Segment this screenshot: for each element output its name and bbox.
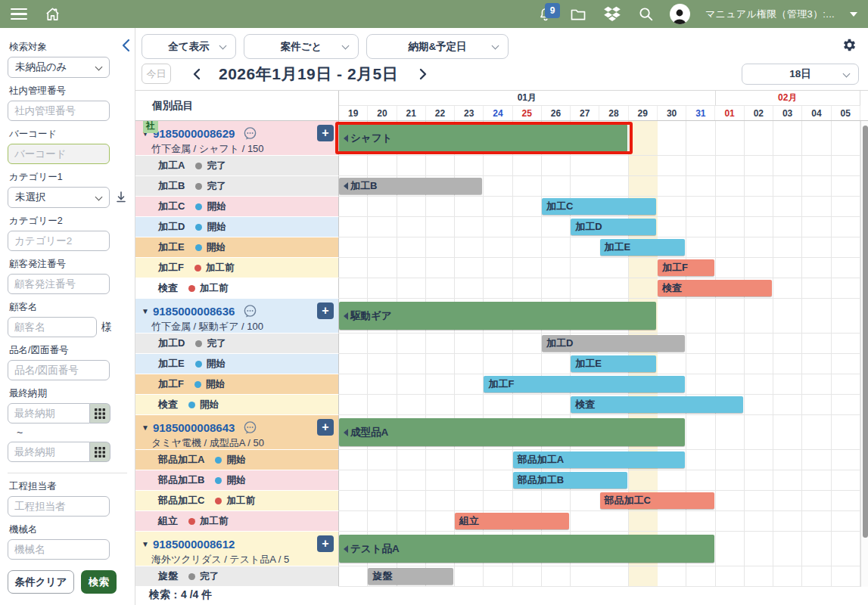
download-to-bar-icon[interactable] bbox=[116, 191, 126, 203]
gantt-process-row[interactable]: 社検査加工前検査 bbox=[135, 278, 860, 299]
group-id-link[interactable]: 9185000008636 bbox=[153, 305, 235, 318]
day-label: 21 bbox=[397, 106, 426, 120]
vertical-scrollbar[interactable] bbox=[860, 121, 868, 587]
gantt-process-row[interactable]: 社部品加工A開始部品加工A bbox=[135, 450, 860, 470]
result-count: 検索：4 /4 件 bbox=[149, 588, 212, 602]
group-bar[interactable]: 成型品A bbox=[339, 418, 685, 446]
date-type-filter-dropdown[interactable]: 納期&予定日 bbox=[366, 34, 509, 59]
status-label: 開始 bbox=[226, 474, 245, 487]
grouping-filter-dropdown[interactable]: 案件ごと bbox=[244, 34, 359, 59]
group-id-link[interactable]: 9185000008612 bbox=[153, 538, 235, 551]
customer-name-input[interactable] bbox=[14, 321, 90, 333]
customer-order-no-input[interactable] bbox=[14, 278, 103, 290]
search-button[interactable]: 検索 bbox=[81, 570, 117, 594]
group-collapse-icon[interactable]: ▼ bbox=[142, 307, 149, 315]
gantt-process-row[interactable]: 社加工D開始加工D bbox=[135, 217, 860, 237]
category2-input[interactable] bbox=[14, 235, 103, 247]
group-id-link[interactable]: 9185000008643 bbox=[153, 421, 235, 434]
avatar[interactable] bbox=[670, 4, 690, 24]
process-bar[interactable]: 加工B bbox=[339, 178, 482, 194]
sidebar-collapse-icon[interactable] bbox=[121, 39, 131, 55]
barcode-input[interactable] bbox=[14, 148, 103, 160]
calendar-icon[interactable] bbox=[90, 442, 110, 462]
add-process-button[interactable]: + bbox=[317, 125, 334, 141]
today-button[interactable]: 今日 bbox=[142, 64, 171, 84]
add-process-button[interactable]: + bbox=[317, 302, 334, 319]
gantt-process-row[interactable]: 社旋盤完了旋盤 bbox=[135, 566, 860, 587]
add-process-button[interactable]: + bbox=[317, 535, 334, 552]
clear-conditions-button[interactable]: 条件クリア bbox=[8, 570, 74, 594]
status-dot bbox=[215, 477, 222, 484]
gantt-process-row[interactable]: 社部品加工B開始部品加工B bbox=[135, 470, 860, 491]
next-period-icon[interactable] bbox=[419, 68, 428, 80]
gantt-process-row[interactable]: 社加工F加工前加工F bbox=[135, 258, 860, 278]
final-due-from-input[interactable] bbox=[14, 408, 83, 419]
process-name: 加工F bbox=[158, 261, 184, 275]
gantt-process-row[interactable]: 社加工E開始加工E bbox=[135, 354, 860, 374]
process-bar[interactable]: 加工E bbox=[571, 355, 656, 372]
folder-icon[interactable] bbox=[569, 5, 587, 23]
group-id-link[interactable]: 9185000008629 bbox=[153, 127, 235, 140]
process-bar[interactable]: 加工E bbox=[600, 239, 686, 256]
gantt-process-row[interactable]: 社組立加工前組立 bbox=[135, 511, 860, 532]
bar-label: 部品加工C bbox=[605, 494, 651, 507]
process-bar[interactable]: 加工C bbox=[542, 198, 656, 215]
process-bar[interactable]: 加工F bbox=[484, 376, 685, 392]
gantt-process-row[interactable]: 社加工B完了加工B bbox=[135, 176, 860, 197]
divider bbox=[8, 473, 127, 473]
comment-bubble-icon[interactable] bbox=[243, 126, 257, 141]
search-icon[interactable] bbox=[637, 5, 655, 23]
process-bar[interactable]: 部品加工C bbox=[600, 492, 714, 509]
category1-select[interactable]: 未選択 bbox=[8, 187, 110, 208]
process-bar[interactable]: 検査 bbox=[658, 280, 772, 296]
day-label: 02 bbox=[745, 106, 773, 120]
home-icon[interactable] bbox=[44, 5, 61, 23]
process-bar[interactable]: 部品加工B bbox=[513, 472, 627, 489]
day-label: 23 bbox=[455, 106, 484, 120]
notifications-icon[interactable]: 9 bbox=[537, 6, 554, 23]
process-bar[interactable]: 加工F bbox=[658, 259, 714, 276]
process-bar[interactable]: 検査 bbox=[571, 396, 743, 413]
gantt-process-row[interactable]: 社加工F開始加工F bbox=[135, 374, 860, 395]
day-label: 25 bbox=[513, 106, 542, 120]
period-zoom-dropdown[interactable]: 18日 bbox=[742, 64, 859, 85]
gantt-process-row[interactable]: 社加工A完了 bbox=[135, 156, 860, 176]
gantt-process-row[interactable]: 社加工E開始加工E bbox=[135, 237, 860, 258]
prev-period-icon[interactable] bbox=[192, 68, 201, 80]
add-process-button[interactable]: + bbox=[317, 419, 334, 436]
comment-bubble-icon[interactable] bbox=[243, 304, 257, 318]
gantt-process-row[interactable]: 社部品加工C加工前部品加工C bbox=[135, 491, 860, 511]
search-target-select[interactable]: 未納品のみ bbox=[8, 57, 110, 78]
process-bar[interactable]: 旋盤 bbox=[368, 568, 453, 585]
group-bar[interactable]: テスト品A bbox=[339, 535, 714, 563]
settings-gear-icon[interactable] bbox=[842, 37, 857, 56]
final-due-to-input[interactable] bbox=[14, 446, 83, 458]
group-collapse-icon[interactable]: ▼ bbox=[142, 540, 149, 548]
group-bar[interactable]: 駆動ギア bbox=[339, 302, 656, 330]
continues-left-icon bbox=[344, 545, 348, 553]
calendar-icon[interactable] bbox=[90, 403, 110, 424]
menu-icon[interactable] bbox=[11, 8, 27, 20]
process-name: 検査 bbox=[158, 281, 178, 295]
process-bar[interactable]: 組立 bbox=[455, 513, 569, 529]
gantt-process-row[interactable]: 社加工D完了加工D bbox=[135, 334, 860, 354]
process-bar[interactable]: 部品加工A bbox=[513, 451, 686, 468]
status-dot bbox=[215, 457, 222, 464]
process-bar[interactable]: 加工D bbox=[542, 335, 685, 352]
internal-no-input[interactable] bbox=[14, 105, 103, 116]
process-name: 加工D bbox=[158, 220, 185, 234]
user-menu-caret-icon[interactable] bbox=[850, 12, 857, 17]
scrollbar-thumb[interactable] bbox=[863, 126, 868, 538]
group-collapse-icon[interactable]: ▼ bbox=[142, 424, 149, 432]
group-bar[interactable]: シャフト bbox=[339, 124, 627, 152]
gantt-process-row[interactable]: 社検査開始検査 bbox=[135, 395, 860, 415]
gantt-process-row[interactable]: 外加工C開始加工C bbox=[135, 197, 860, 217]
item-no-input[interactable] bbox=[14, 365, 103, 376]
dropbox-icon[interactable] bbox=[602, 5, 622, 23]
display-filter-dropdown[interactable]: 全て表示 bbox=[142, 34, 236, 59]
machine-input[interactable] bbox=[14, 544, 103, 555]
process-bar[interactable]: 加工D bbox=[571, 219, 656, 235]
comment-bubble-icon[interactable] bbox=[243, 420, 257, 435]
status-label: 開始 bbox=[226, 454, 245, 467]
process-owner-input[interactable] bbox=[14, 501, 103, 512]
